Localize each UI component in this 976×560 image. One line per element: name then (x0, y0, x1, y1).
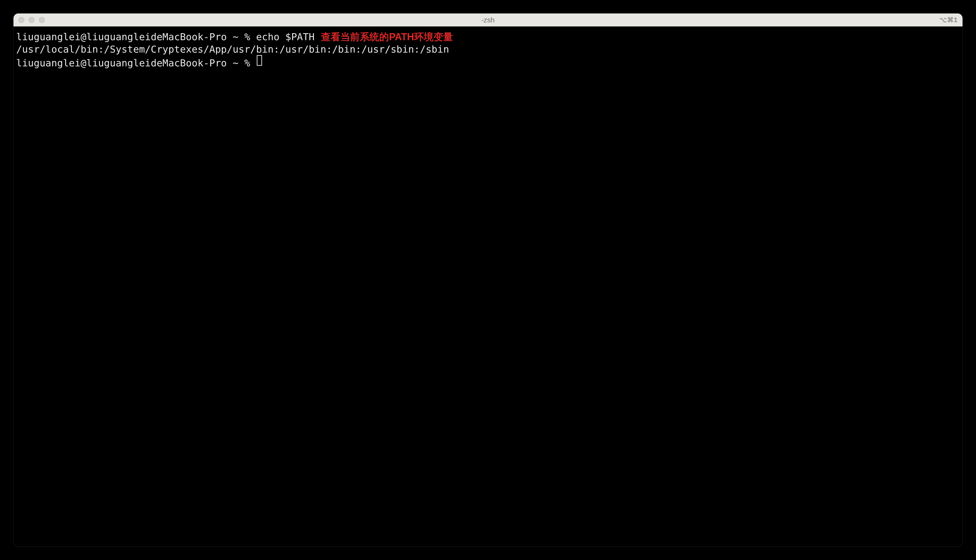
close-button[interactable] (18, 17, 24, 23)
window-shortcut-label: ⌥⌘1 (939, 16, 958, 24)
annotation-text: 查看当前系统的PATH环境变量 (321, 31, 453, 43)
terminal-line-command: liuguanglei@liuguangleideMacBook-Pro ~ %… (16, 31, 960, 43)
window-title: -zsh (481, 16, 495, 24)
maximize-button[interactable] (39, 17, 45, 23)
current-prompt-text: liuguanglei@liuguangleideMacBook-Pro ~ % (16, 57, 256, 69)
terminal-body[interactable]: liuguanglei@liuguangleideMacBook-Pro ~ %… (13, 27, 963, 547)
window-titlebar[interactable]: -zsh ⌥⌘1 (13, 13, 963, 27)
command-text: echo $PATH (256, 31, 315, 43)
output-text: /usr/local/bin:/System/Cryptexes/App/usr… (16, 43, 449, 55)
minimize-button[interactable] (28, 17, 35, 23)
terminal-window: -zsh ⌥⌘1 liuguanglei@liuguangleideMacBoo… (13, 13, 963, 547)
terminal-line-output: /usr/local/bin:/System/Cryptexes/App/usr… (16, 43, 960, 55)
traffic-lights (18, 17, 45, 23)
prompt-text: liuguanglei@liuguangleideMacBook-Pro ~ % (16, 31, 256, 43)
cursor-icon (257, 55, 262, 66)
terminal-line-current-prompt: liuguanglei@liuguangleideMacBook-Pro ~ % (16, 55, 960, 69)
